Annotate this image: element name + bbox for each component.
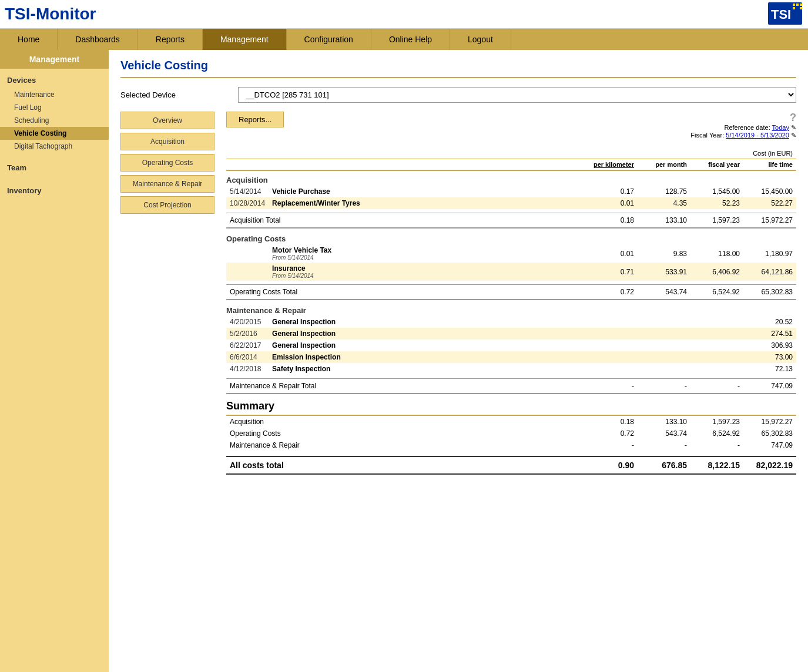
maint-row-1: 4/20/2015 General Inspection 20.52 xyxy=(226,316,796,328)
op-col4-2: 64,121.86 xyxy=(743,263,796,281)
logo-grid-icon: TSI xyxy=(768,2,803,26)
svg-rect-3 xyxy=(796,4,799,6)
help-icon[interactable]: ? xyxy=(790,112,796,124)
device-row: Selected Device __DTCO2 [285 731 101] xyxy=(120,87,796,103)
acq-col3-2: 52.23 xyxy=(690,197,743,209)
maint-total-col4: 747.09 xyxy=(743,379,796,394)
btn-overview[interactable]: Overview xyxy=(120,112,214,129)
maint-col4-3: 306.93 xyxy=(743,340,796,351)
left-panel: Overview Acquisition Operating Costs Mai… xyxy=(120,112,214,475)
acq-total-col2: 133.10 xyxy=(638,213,690,228)
top-header: TSI-Monitor TSI xyxy=(0,0,808,29)
maint-col2-2 xyxy=(638,328,690,340)
maint-col2-5 xyxy=(638,363,690,375)
summary-col2-2: 543.74 xyxy=(638,428,690,439)
sidebar-section-title-inventory[interactable]: Inventory xyxy=(0,183,109,199)
btn-acquisition[interactable]: Acquisition xyxy=(120,133,214,150)
summary-row-1: Acquisition 0.18 133.10 1,597.23 15,972.… xyxy=(226,416,796,428)
maint-col3-3 xyxy=(690,340,743,351)
maint-col3-2 xyxy=(690,328,743,340)
op-col3-1: 118.00 xyxy=(690,244,743,263)
maint-col4-1: 20.52 xyxy=(743,316,796,328)
maint-col3-5 xyxy=(690,363,743,375)
summary-col3-2: 6,524.92 xyxy=(690,428,743,439)
top-controls: Reports... ? Reference date: Today ✎ Fis… xyxy=(226,112,796,139)
maint-col2-4 xyxy=(638,351,690,363)
acq-col4-2: 522.27 xyxy=(743,197,796,209)
sidebar-section-title-devices[interactable]: Devices xyxy=(0,72,109,88)
maint-col2-1 xyxy=(638,316,690,328)
sidebar-item-scheduling[interactable]: Scheduling xyxy=(0,114,109,127)
acq-total-row: Acquisition Total 0.18 133.10 1,597.23 1… xyxy=(226,213,796,228)
summary-col3-3: - xyxy=(690,439,743,451)
edit-reference-icon[interactable]: ✎ xyxy=(791,124,796,131)
btn-operating-costs[interactable]: Operating Costs xyxy=(120,154,214,172)
nav-dashboards[interactable]: Dashboards xyxy=(58,29,138,50)
reference-value-link[interactable]: Today xyxy=(772,124,789,131)
svg-rect-7 xyxy=(800,7,802,9)
maint-col2-3 xyxy=(638,340,690,351)
op-col1-1: 0.01 xyxy=(579,244,638,263)
maint-col4-5: 72.13 xyxy=(743,363,796,375)
op-row-1: Motor Vehicle Tax From 5/14/2014 0.01 9.… xyxy=(226,244,796,263)
sidebar-section-devices: Devices Maintenance Fuel Log Scheduling … xyxy=(0,69,109,156)
page-title: Vehicle Costing xyxy=(120,59,796,78)
summary-label-3: Maintenance & Repair xyxy=(226,439,579,451)
maint-name-2: General Inspection xyxy=(269,328,579,340)
acq-name-2: Replacement/Winter Tyres xyxy=(269,197,579,209)
sidebar-section-title-team[interactable]: Team xyxy=(0,160,109,176)
svg-text:TSI: TSI xyxy=(771,7,791,22)
nav-logout[interactable]: Logout xyxy=(450,29,511,50)
sidebar-section-inventory: Inventory xyxy=(0,179,109,202)
maint-col1-4 xyxy=(579,351,638,363)
maint-col4-2: 274.51 xyxy=(743,328,796,340)
reports-button[interactable]: Reports... xyxy=(226,112,284,127)
summary-title: Summary xyxy=(226,393,274,414)
sidebar-item-fuel-log[interactable]: Fuel Log xyxy=(0,101,109,114)
svg-rect-6 xyxy=(796,7,799,9)
maint-date-5: 4/12/2018 xyxy=(226,363,269,375)
sidebar-item-maintenance[interactable]: Maintenance xyxy=(0,88,109,101)
maint-date-1: 4/20/2015 xyxy=(226,316,269,328)
summary-col4-3: 747.09 xyxy=(743,439,796,451)
panel-layout: Overview Acquisition Operating Costs Mai… xyxy=(120,112,796,475)
nav-management[interactable]: Management xyxy=(203,29,287,50)
cost-col-header-label xyxy=(226,148,579,159)
fiscal-label: Fiscal Year: xyxy=(690,132,724,139)
op-col2-1: 9.83 xyxy=(638,244,690,263)
nav-reports[interactable]: Reports xyxy=(138,29,203,50)
op-col2-2: 533.91 xyxy=(638,263,690,281)
maint-date-4: 6/6/2014 xyxy=(226,351,269,363)
nav-configuration[interactable]: Configuration xyxy=(287,29,371,50)
svg-rect-4 xyxy=(800,4,802,6)
sidebar-item-digital-tachograph[interactable]: Digital Tachograph xyxy=(0,140,109,153)
section-maint-header: Maintenance & Repair xyxy=(226,300,796,316)
all-total-underline xyxy=(226,473,796,474)
acq-col2-1: 128.75 xyxy=(638,186,690,197)
maint-col3-4 xyxy=(690,351,743,363)
svg-rect-5 xyxy=(793,7,795,9)
btn-maintenance-repair[interactable]: Maintenance & Repair xyxy=(120,175,214,193)
acq-total-col4: 15,972.27 xyxy=(743,213,796,228)
all-total-col2: 676.85 xyxy=(638,456,690,473)
edit-fiscal-icon[interactable]: ✎ xyxy=(791,132,796,139)
summary-title-row: Summary xyxy=(226,394,796,415)
btn-cost-projection[interactable]: Cost Projection xyxy=(120,196,214,214)
summary-col1-2: 0.72 xyxy=(579,428,638,439)
acq-col4-1: 15,450.00 xyxy=(743,186,796,197)
all-total-col1: 0.90 xyxy=(579,456,638,473)
nav-home[interactable]: Home xyxy=(0,29,58,50)
cost-col-header-main: Cost (in EUR) xyxy=(579,148,796,159)
op-total-col3: 6,524.92 xyxy=(690,285,743,300)
nav-online-help[interactable]: Online Help xyxy=(371,29,450,50)
device-select[interactable]: __DTCO2 [285 731 101] xyxy=(238,87,796,103)
summary-label-2: Operating Costs xyxy=(226,428,579,439)
acq-total-label: Acquisition Total xyxy=(226,213,579,228)
op-date-1 xyxy=(226,244,269,263)
main-layout: Management Devices Maintenance Fuel Log … xyxy=(0,50,808,672)
acq-total-col3: 1,597.23 xyxy=(690,213,743,228)
col-life-time: life time xyxy=(743,159,796,171)
date-info: Reference date: Today ✎ Fiscal Year: 5/1… xyxy=(690,124,796,139)
sidebar-item-vehicle-costing[interactable]: Vehicle Costing xyxy=(0,127,109,140)
fiscal-value-link[interactable]: 5/14/2019 - 5/13/2020 xyxy=(726,132,789,139)
